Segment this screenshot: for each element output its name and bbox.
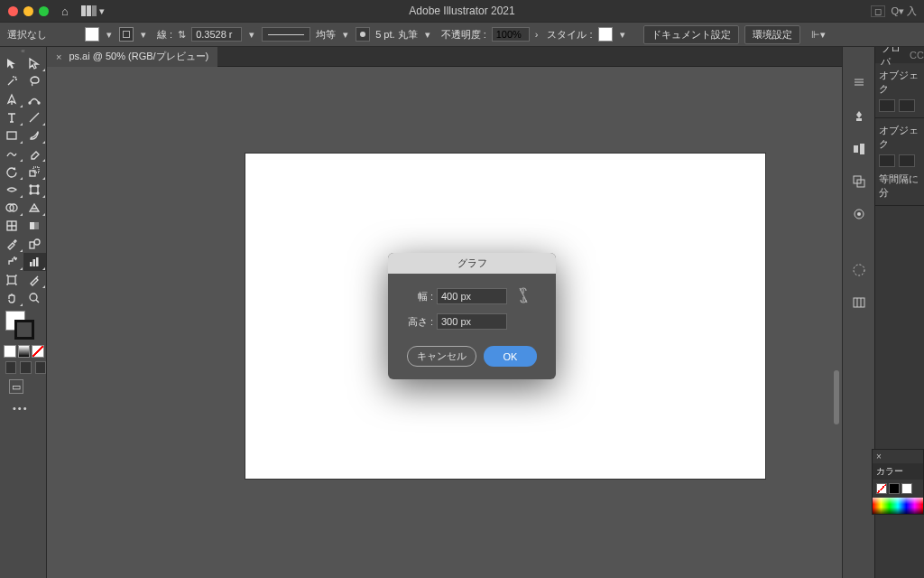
rectangle-tool-icon[interactable] <box>0 126 23 144</box>
home-icon[interactable]: ⌂ <box>61 5 69 18</box>
color-panel-icon[interactable] <box>849 260 869 280</box>
pen-tool-icon[interactable] <box>0 90 23 108</box>
workspace-switcher-icon[interactable]: ▾ <box>81 5 105 17</box>
shape-builder-tool-icon[interactable] <box>0 199 23 217</box>
height-input[interactable] <box>437 313 507 330</box>
uniform-label: 均等 <box>316 28 336 42</box>
opacity-caret-icon[interactable]: › <box>535 29 539 40</box>
fill-swatch[interactable] <box>85 27 99 42</box>
app-title: Adobe Illustrator 2021 <box>409 5 514 17</box>
scale-tool-icon[interactable] <box>23 163 47 181</box>
color-spectrum[interactable] <box>873 498 923 514</box>
align-left-icon[interactable] <box>879 99 895 112</box>
libraries-icon[interactable] <box>849 107 869 126</box>
titlebar-right: ◻ Q▾ 入 <box>871 5 917 18</box>
lasso-tool-icon[interactable] <box>23 72 47 90</box>
selection-tool-icon[interactable] <box>0 54 23 72</box>
free-transform-tool-icon[interactable] <box>23 181 47 199</box>
preferences-button[interactable]: 環境設定 <box>744 25 800 44</box>
direct-selection-tool-icon[interactable] <box>23 54 47 72</box>
document-setup-button[interactable]: ドキュメント設定 <box>643 25 739 44</box>
hand-tool-icon[interactable] <box>0 289 23 307</box>
fill-stroke-indicator[interactable] <box>5 311 46 343</box>
stroke-dropdown-icon[interactable]: ▾ <box>139 29 148 41</box>
stroke-profile[interactable] <box>262 27 310 42</box>
color-panel: × カラー <box>872 449 924 515</box>
properties-icon[interactable] <box>849 74 869 94</box>
curvature-tool-icon[interactable] <box>23 90 47 108</box>
svg-point-4 <box>38 102 40 104</box>
minimize-window-button[interactable] <box>23 6 33 16</box>
rotate-tool-icon[interactable] <box>0 163 23 181</box>
maximize-window-button[interactable] <box>39 6 49 16</box>
align-icon[interactable]: ⊩▾ <box>811 29 826 41</box>
appearance-icon[interactable] <box>849 204 869 224</box>
stroke-swatch[interactable] <box>119 27 134 42</box>
gradient-tool-icon[interactable] <box>23 217 47 235</box>
svg-rect-20 <box>30 262 32 266</box>
opacity-label: 不透明度 : <box>441 28 486 42</box>
stepper-icon[interactable]: ⇅ <box>178 29 186 41</box>
mesh-tool-icon[interactable] <box>0 217 23 235</box>
artboard-tool-icon[interactable] <box>0 271 23 289</box>
type-tool-icon[interactable] <box>0 108 23 126</box>
document-tab[interactable]: × ps.ai @ 50% (RGB/プレビュー) <box>47 47 217 67</box>
cancel-button[interactable]: キャンセル <box>407 346 476 367</box>
color-mode-icon[interactable] <box>4 345 16 358</box>
close-window-button[interactable] <box>8 6 18 16</box>
shaper-tool-icon[interactable] <box>0 144 23 163</box>
none-swatch-icon[interactable] <box>876 483 887 494</box>
fill-dropdown-icon[interactable]: ▾ <box>105 29 114 41</box>
perspective-tool-icon[interactable] <box>23 199 47 217</box>
eraser-tool-icon[interactable] <box>23 144 47 163</box>
paintbrush-tool-icon[interactable] <box>23 126 47 144</box>
document-tabs: × ps.ai @ 50% (RGB/プレビュー) <box>47 47 842 67</box>
close-panel-icon[interactable]: × <box>873 450 923 463</box>
opacity-input[interactable] <box>492 27 530 42</box>
swatches-panel-icon[interactable] <box>849 293 869 312</box>
stroke-weight-input[interactable] <box>191 27 242 42</box>
align-center-icon[interactable] <box>899 99 915 112</box>
color-panel-tab[interactable]: カラー <box>873 463 923 480</box>
line-tool-icon[interactable] <box>23 108 47 126</box>
none-mode-icon[interactable] <box>32 345 44 358</box>
close-tab-icon[interactable]: × <box>56 51 61 62</box>
vertical-scrollbar[interactable] <box>832 117 841 573</box>
edit-toolbar-icon[interactable]: ••• <box>13 403 46 414</box>
blend-tool-icon[interactable] <box>23 235 47 253</box>
align-middle-icon[interactable] <box>899 154 915 167</box>
share-icon[interactable]: ◻ <box>871 5 885 17</box>
eyedropper-tool-icon[interactable] <box>0 235 23 253</box>
ok-button[interactable]: OK <box>484 346 538 367</box>
draw-normal-icon[interactable] <box>5 361 16 374</box>
width-tool-icon[interactable] <box>0 181 23 199</box>
search-icon[interactable]: Q▾ 入 <box>891 5 917 18</box>
white-swatch[interactable] <box>901 483 912 494</box>
stroke-box[interactable] <box>14 320 34 340</box>
column-graph-tool-icon[interactable] <box>23 253 47 271</box>
properties-tab[interactable]: プロパ <box>881 47 904 69</box>
svg-rect-1 <box>87 5 91 16</box>
magic-wand-tool-icon[interactable] <box>0 72 23 90</box>
zoom-tool-icon[interactable] <box>23 289 47 307</box>
symbol-sprayer-tool-icon[interactable] <box>0 253 23 271</box>
align-panel-icon[interactable] <box>849 139 869 159</box>
screen-mode-icon[interactable]: ▭ <box>9 379 23 394</box>
slice-tool-icon[interactable] <box>23 271 47 289</box>
width-input[interactable] <box>437 288 507 304</box>
pathfinder-icon[interactable] <box>849 172 869 191</box>
draw-behind-icon[interactable] <box>20 361 31 374</box>
draw-inside-icon[interactable] <box>35 361 46 374</box>
link-dimensions-icon[interactable] <box>518 286 529 306</box>
svg-rect-7 <box>33 167 39 172</box>
gradient-mode-icon[interactable] <box>18 345 31 358</box>
cc-tab[interactable]: CC <box>910 50 924 61</box>
svg-rect-5 <box>7 132 16 139</box>
black-swatch[interactable] <box>889 483 900 494</box>
align-top-icon[interactable] <box>879 154 895 167</box>
svg-point-31 <box>854 265 864 275</box>
control-bar: 選択なし ▾ ▾ 線 : ⇅ ▾ 均等▾ 5 pt. 丸筆▾ 不透明度 : › … <box>0 22 924 47</box>
style-swatch[interactable] <box>598 27 613 42</box>
title-bar: ⌂ ▾ Adobe Illustrator 2021 ◻ Q▾ 入 <box>0 0 924 22</box>
brush-swatch[interactable] <box>356 27 370 42</box>
